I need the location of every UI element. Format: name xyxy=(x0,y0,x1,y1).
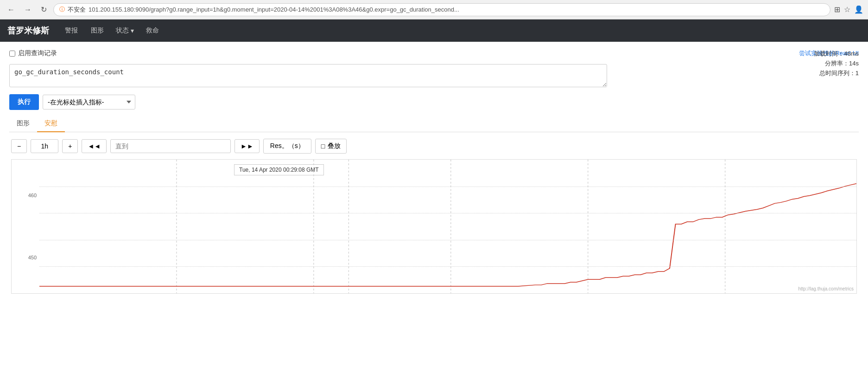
tab-console[interactable]: 安慰 xyxy=(37,116,65,132)
total-series-stat: 总时间序列：1 xyxy=(814,69,859,78)
zoom-out-button[interactable]: − xyxy=(11,139,27,153)
nav-item-graph[interactable]: 图形 xyxy=(90,25,105,37)
url-text: 101.200.155.180:9090/graph?g0.range_inpu… xyxy=(89,6,459,13)
nav-item-alerts[interactable]: 警报 xyxy=(64,25,79,37)
graph-area: Tue, 14 Apr 2020 00:29:08 GMT 460 450 xyxy=(11,159,857,294)
execute-button[interactable]: 执行 xyxy=(9,94,39,110)
address-bar[interactable]: ⓘ 不安全 101.200.155.180:9090/graph?g0.rang… xyxy=(53,3,830,16)
action-row: 执行 -在光标处插入指标- xyxy=(9,94,859,110)
nav-item-status[interactable]: 状态 ▾ xyxy=(116,26,134,35)
prom-brand[interactable]: 普罗米修斯 xyxy=(7,25,49,36)
zoom-in-button[interactable]: + xyxy=(62,139,78,153)
enable-logging-checkbox[interactable] xyxy=(9,51,15,57)
security-label: 不安全 xyxy=(68,6,86,14)
stats-panel: 加载时间：46ms 分辨率：14s 总时间序列：1 xyxy=(814,49,859,78)
graph-controls: − 1h + ◄◄ 直到 ►► Res。（s） □ 叠放 xyxy=(11,139,859,154)
resolution-button[interactable]: Res。（s） xyxy=(263,139,311,154)
grid-line-2 xyxy=(39,213,856,213)
forward-button[interactable]: → xyxy=(21,5,34,15)
stacked-checkbox-icon: □ xyxy=(321,142,325,150)
grid-line-3 xyxy=(39,240,856,240)
grid-line-1 xyxy=(39,187,856,187)
resolution-stat: 分辨率：14s xyxy=(814,59,859,69)
enable-logging-label[interactable]: 启用查询记录 xyxy=(18,49,57,58)
browser-bar: ← → ↻ ⓘ 不安全 101.200.155.180:9090/graph?g… xyxy=(0,0,868,19)
refresh-button[interactable]: ↻ xyxy=(38,4,50,15)
security-icon: ⓘ xyxy=(59,6,65,13)
nav-item-help[interactable]: 救命 xyxy=(145,25,160,37)
load-time-stat: 加载时间：46ms xyxy=(814,49,859,59)
query-input-area: go_gc_duration_seconds_count xyxy=(9,64,859,89)
browser-icons: ⊞ ☆ 👤 xyxy=(834,5,863,14)
query-textarea[interactable]: go_gc_duration_seconds_count xyxy=(9,64,607,87)
chart-svg xyxy=(39,160,856,293)
top-row: 启用查询记录 尝试实验性的React UI xyxy=(9,49,859,58)
next-time-button[interactable]: ►► xyxy=(234,139,260,153)
main-content: 加载时间：46ms 分辨率：14s 总时间序列：1 启用查询记录 尝试实验性的R… xyxy=(0,42,868,301)
grid-line-4 xyxy=(39,266,856,267)
back-button[interactable]: ← xyxy=(5,5,18,15)
time-range-input[interactable]: 1h xyxy=(31,139,58,153)
metric-select[interactable]: -在光标处插入指标- xyxy=(43,95,135,109)
watermark: http://lag.thuja.com/metrics xyxy=(798,286,854,291)
tab-graph[interactable]: 图形 xyxy=(9,116,37,132)
chart-inner xyxy=(39,160,856,293)
y-label-460: 460 xyxy=(13,193,37,198)
stacked-label: 叠放 xyxy=(328,142,341,150)
translate-icon[interactable]: ⊞ xyxy=(834,5,840,14)
chevron-down-icon: ▾ xyxy=(131,27,134,34)
bookmark-icon[interactable]: ☆ xyxy=(844,5,850,14)
until-input[interactable]: 直到 xyxy=(110,139,231,153)
y-axis: 460 450 xyxy=(12,160,39,293)
nav-status-label: 状态 xyxy=(116,26,129,35)
stacked-button[interactable]: □ 叠放 xyxy=(315,139,347,154)
enable-logging-row: 启用查询记录 xyxy=(9,49,57,58)
tabs-row: 图形 安慰 xyxy=(9,116,859,132)
profile-icon[interactable]: 👤 xyxy=(854,5,863,14)
prev-time-button[interactable]: ◄◄ xyxy=(82,139,107,153)
y-label-450: 450 xyxy=(13,255,37,260)
prom-navbar: 普罗米修斯 警报 图形 状态 ▾ 救命 xyxy=(0,19,868,42)
